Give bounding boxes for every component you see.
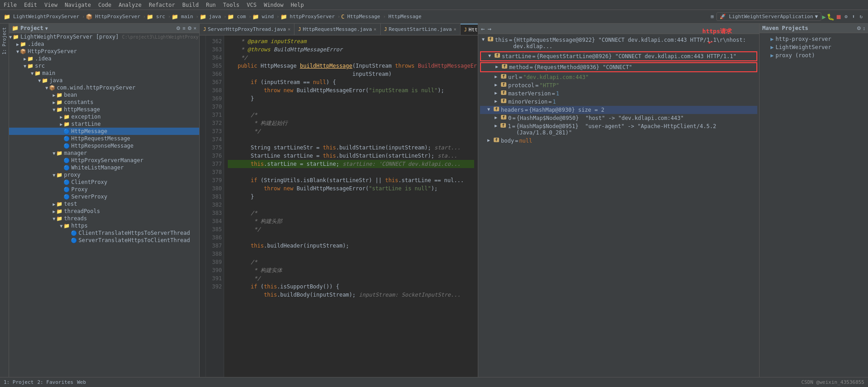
tree-servertranslate[interactable]: ▶ 🔵 ServerTranslateHttpsToClientThread: [9, 237, 199, 244]
status-web-tab[interactable]: Web: [77, 379, 86, 385]
breadcrumb-httpProxyServer[interactable]: httpProxyServer: [288, 13, 337, 20]
tab-httpreqmsg-close[interactable]: ×: [374, 27, 377, 32]
tree-proxy-class[interactable]: ▶ 🔵 Proxy: [9, 186, 199, 193]
tree-test[interactable]: ▶ 📁 test: [9, 200, 199, 208]
code-content[interactable]: * @param inputStream * @throws BuildHttp…: [224, 35, 478, 377]
thr-fold[interactable]: ▼: [53, 216, 55, 221]
debug-button[interactable]: 🐛: [827, 13, 834, 20]
menu-file[interactable]: File: [0, 1, 20, 9]
var-protocol[interactable]: ▶ f protocol = "HTTP": [480, 81, 757, 89]
bean-fold[interactable]: ▶: [53, 93, 55, 98]
tree-java[interactable]: ▼ 📁 java: [9, 77, 199, 84]
var-headers[interactable]: ▼ f headers = {HashMap@8930} size = 2: [480, 106, 757, 114]
tp-fold[interactable]: ▶: [53, 209, 55, 214]
toolbar-update-btn[interactable]: ↻: [858, 13, 864, 20]
tree-httpmessage-pkg[interactable]: ▼ 📁 httpMessage: [9, 106, 199, 113]
menu-help[interactable]: Help: [287, 1, 308, 9]
tree-startline[interactable]: ▶ 📁 startLine: [9, 120, 199, 128]
menu-view[interactable]: View: [41, 1, 61, 9]
tree-proxy-folder[interactable]: ▼ 📁 proxy: [9, 171, 199, 179]
var-body[interactable]: ▶ f body = null: [480, 137, 757, 145]
status-project-tab[interactable]: 1: Project: [4, 379, 34, 385]
var-method-toggle[interactable]: ▶: [495, 64, 500, 69]
tree-httpproxyserver-module[interactable]: ▼ 📦 HttpProxyServer: [9, 48, 199, 55]
tree-clienttranslate[interactable]: ▶ 🔵 ClientTranslateHttpsToServerThread: [9, 229, 199, 237]
expand-btn[interactable]: ≡: [182, 25, 185, 31]
tree-idea-inner[interactable]: ▶ 📁 .idea: [9, 55, 199, 62]
maven-item-http-proxy[interactable]: ▶ http-proxy-server: [761, 35, 866, 43]
var-mnv-toggle[interactable]: ▶: [495, 99, 499, 104]
debug-forward-btn[interactable]: →: [487, 25, 491, 32]
tree-root[interactable]: ▼ 📁 LightWeightProxyServer [proxy] C:\pr…: [9, 33, 199, 40]
tab-serverthread-close[interactable]: ×: [288, 27, 290, 32]
var-startline-toggle[interactable]: ▼: [488, 53, 493, 58]
menu-navigate[interactable]: Navigate: [61, 1, 95, 9]
var-url-toggle[interactable]: ▶: [495, 74, 499, 79]
maven-item-proxy[interactable]: ▶ proxy (root): [761, 51, 866, 60]
stop-button[interactable]: ⏹: [835, 13, 842, 20]
menu-code[interactable]: Code: [95, 1, 115, 9]
tab-httpreqmsg[interactable]: J HttpRequestMessage.java ×: [294, 24, 380, 35]
tab-reqstartline[interactable]: J RequestStartLine.java ×: [381, 24, 461, 35]
var-this-toggle[interactable]: ▼: [482, 37, 486, 42]
breadcrumb-project[interactable]: LightWeightProxyServer: [11, 13, 81, 20]
var-url[interactable]: ▶ f url = "dev.kdlapi.com:443": [480, 73, 757, 81]
pkg-fold[interactable]: ▼: [45, 85, 48, 90]
menu-edit[interactable]: Edit: [20, 1, 41, 9]
strip-project-label[interactable]: 1: Project: [1, 25, 8, 56]
tree-whitelistmanager[interactable]: ▶ 🔵 WhiteListManager: [9, 164, 199, 171]
tree-main[interactable]: ▼ 📁 main: [9, 69, 199, 77]
settings-btn[interactable]: ⚙: [187, 25, 192, 31]
tree-constants[interactable]: ▶ 📁 constants: [9, 99, 199, 106]
tree-manager[interactable]: ▼ 📁 manager: [9, 149, 199, 157]
status-favorites-tab[interactable]: 2: Favorites: [37, 379, 73, 385]
java-fold[interactable]: ▼: [38, 78, 41, 83]
menu-refactor[interactable]: Refactor: [145, 1, 179, 9]
run-config-dropdown[interactable]: 🚀 LightWeightServerApplication ▼: [716, 12, 821, 21]
https-fold[interactable]: ▼: [60, 223, 63, 228]
tree-threads[interactable]: ▼ 📁 threads: [9, 215, 199, 222]
idea-fold-icon[interactable]: ▶: [16, 42, 19, 47]
maven-settings-btn[interactable]: ⚙: [857, 25, 861, 31]
run-button[interactable]: ▶: [822, 13, 826, 20]
var-header-1[interactable]: ▶ f 1 = {HashMap$Node@8951} "user-agent"…: [480, 122, 757, 137]
tree-httprespmsg[interactable]: ▶ 🔵 HttpResponseMessage: [9, 142, 199, 149]
breadcrumb-module[interactable]: HttpProxyServer: [93, 13, 142, 20]
breadcrumb-com[interactable]: com: [235, 13, 248, 20]
var-method[interactable]: ▶ f method = {RequestMethod@8936} "CONNE…: [480, 62, 757, 72]
tree-package[interactable]: ▼ 📦 com.wind.httpProxyServer: [9, 84, 199, 91]
root-fold-icon[interactable]: ▼: [9, 35, 12, 40]
exc-fold[interactable]: ▶: [60, 114, 63, 119]
breadcrumb-HttpMessage[interactable]: HttpMessage: [345, 13, 382, 20]
test-fold[interactable]: ▶: [53, 202, 55, 207]
constants-fold[interactable]: ▶: [53, 100, 55, 105]
var-h1-toggle[interactable]: ▶: [495, 123, 499, 128]
var-h0-toggle[interactable]: ▶: [495, 115, 499, 120]
tree-hpsmanager[interactable]: ▶ 🔵 HttpProxyServerManager: [9, 157, 199, 164]
main-fold[interactable]: ▼: [31, 71, 34, 76]
toolbar-more-btn[interactable]: ⚙: [843, 13, 849, 20]
breadcrumb-src[interactable]: src: [154, 13, 167, 20]
tree-https[interactable]: ▼ 📁 https: [9, 222, 199, 229]
idea-inner-fold[interactable]: ▶: [24, 56, 26, 61]
menu-run[interactable]: Run: [202, 1, 220, 9]
httpmsg-fold[interactable]: ▼: [53, 107, 55, 112]
tree-serverproxy[interactable]: ▶ 🔵 ServerProxy: [9, 193, 199, 200]
tree-httpreqmsg[interactable]: ▶ 🔵 HttpRequestMessage: [9, 135, 199, 142]
breadcrumb-java[interactable]: java: [207, 13, 223, 20]
var-header-0[interactable]: ▶ f 0 = {HashMap$Node@8950} "host" -> "d…: [480, 114, 757, 122]
src-fold[interactable]: ▼: [24, 64, 26, 69]
menu-tools[interactable]: Tools: [220, 1, 243, 9]
menu-build[interactable]: Build: [179, 1, 202, 9]
debug-back-btn[interactable]: ←: [481, 25, 485, 32]
maven-item-lightweight[interactable]: ▶ LightWeightServer: [761, 43, 866, 51]
var-mv-toggle[interactable]: ▶: [495, 90, 499, 95]
toolbar-vcs-btn[interactable]: ⬆: [850, 13, 857, 20]
hps-fold-icon[interactable]: ▼: [16, 49, 19, 54]
project-dropdown-arrow[interactable]: ▼: [45, 26, 48, 31]
breadcrumb-HttpMessage2[interactable]: HttpMessage: [387, 13, 423, 20]
var-masterversion[interactable]: ▶ f masterVersion = 1: [480, 89, 757, 98]
var-startline[interactable]: ▼ f startLine = {RequestStartLine@8926} …: [480, 51, 757, 61]
breadcrumb-main[interactable]: main: [179, 13, 195, 20]
proxy-fold[interactable]: ▼: [53, 173, 55, 178]
